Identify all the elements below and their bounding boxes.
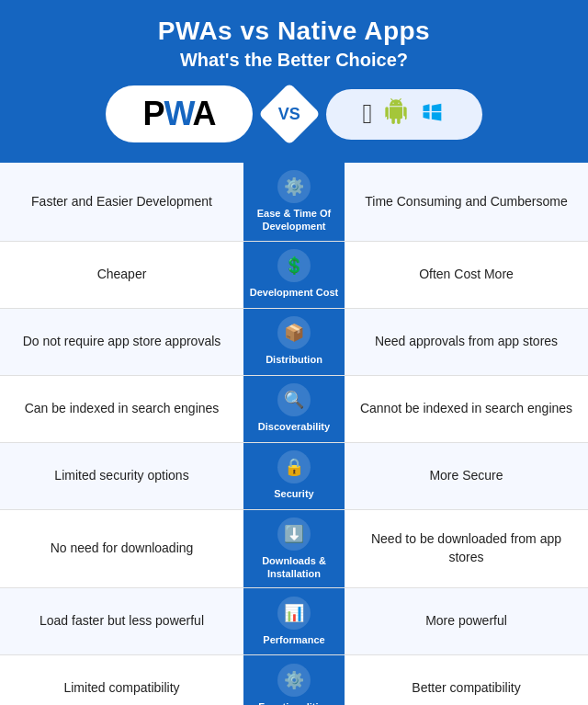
comparison-row-5: No need for downloading⬇️Downloads & Ins… [0,510,588,589]
category-icon-1: 💲 [277,249,311,282]
pwa-cell-0: Faster and Easier Development [0,182,243,222]
category-icon-7: ⚙️ [277,664,311,697]
pwa-cell-2: Do not require app store approvals [0,322,243,362]
windows-icon [420,98,446,131]
category-cell-6: 📊Performance [243,588,345,654]
native-cell-6: More powerful [345,601,588,642]
category-cell-3: 🔍Discoverability [243,376,345,442]
pwa-badge: PWA [106,85,253,142]
comparison-row-6: Load faster but less powerful📊Performanc… [0,588,588,655]
category-label-1: Development Cost [250,286,339,299]
apple-icon:  [363,98,373,130]
pwa-cell-7: Limited compatibility [0,668,243,705]
native-cell-7: Better compatibility [345,668,588,705]
category-icon-3: 🔍 [277,383,311,416]
native-cell-3: Cannot be indexed in search engines [345,389,588,429]
category-cell-5: ⬇️Downloads & Installation [243,510,345,588]
header-section: PWAs vs Native Apps What's the Better Ch… [0,0,588,163]
vs-label: VS [278,104,300,123]
comparison-row-4: Limited security options🔒SecurityMore Se… [0,443,588,510]
category-label-6: Performance [263,633,324,646]
comparison-row-7: Limited compatibility⚙️FunctionalitiesBe… [0,655,588,705]
category-cell-0: ⚙️Ease & Time Of Development [243,163,345,241]
native-cell-1: Often Cost More [345,255,588,295]
category-cell-1: 💲Development Cost [243,242,345,308]
main-title: PWAs vs Native Apps [9,17,579,46]
comparison-row-1: Cheaper💲Development CostOften Cost More [0,242,588,309]
native-badge:  [326,89,482,140]
native-cell-0: Time Consuming and Cumbersome [345,182,588,222]
pwa-logo: PWA [142,95,215,133]
subtitle: What's the Better Choice? [9,50,579,71]
comparison-row-3: Can be indexed in search engines🔍Discove… [0,376,588,443]
vs-badge: VS [258,83,321,145]
native-cell-2: Need approvals from app stores [345,322,588,362]
category-cell-7: ⚙️Functionalities [243,655,345,705]
comparison-row-0: Faster and Easier Development⚙️Ease & Ti… [0,163,588,242]
comparison-row-2: Do not require app store approvals📦Distr… [0,309,588,376]
pwa-cell-3: Can be indexed in search engines [0,389,243,429]
category-label-0: Ease & Time Of Development [247,207,341,233]
category-cell-2: 📦Distribution [243,309,345,375]
category-label-7: Functionalities [258,700,330,705]
comparison-table: Faster and Easier Development⚙️Ease & Ti… [0,163,588,705]
native-cell-4: More Secure [345,456,588,496]
pwa-cell-4: Limited security options [0,456,243,496]
android-icon [383,98,409,131]
category-icon-6: 📊 [277,597,311,630]
category-icon-4: 🔒 [277,450,311,483]
category-label-4: Security [274,487,313,500]
category-icon-5: ⬇️ [277,517,311,551]
category-label-5: Downloads & Installation [247,554,341,581]
category-label-3: Discoverability [258,420,330,433]
pwa-cell-5: No need for downloading [0,529,243,569]
category-icon-2: 📦 [277,316,311,349]
category-label-2: Distribution [266,353,322,366]
category-cell-4: 🔒Security [243,443,345,509]
pwa-cell-1: Cheaper [0,255,243,295]
category-icon-0: ⚙️ [277,170,311,203]
pwa-cell-6: Load faster but less powerful [0,601,243,642]
native-cell-5: Need to be downloaded from app stores [345,519,588,577]
logos-row: PWA VS  [9,85,579,142]
